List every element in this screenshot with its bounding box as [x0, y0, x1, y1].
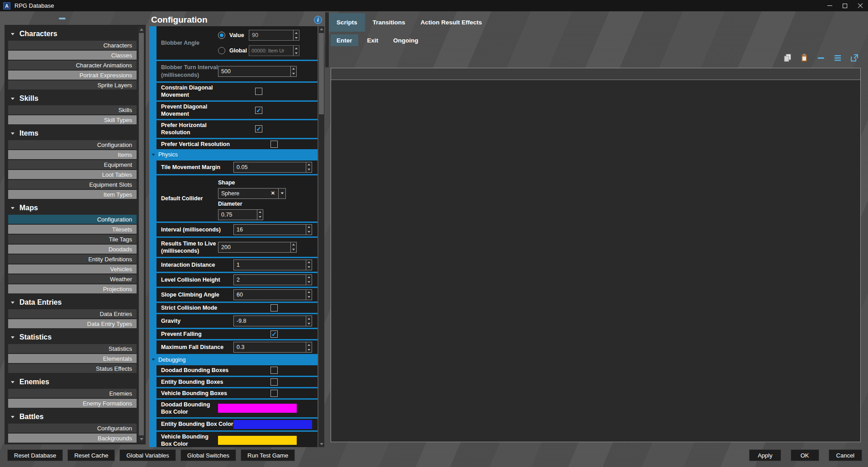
spin-down-icon[interactable] — [306, 230, 312, 235]
sidebar-section-characters[interactable]: Characters — [5, 26, 146, 41]
copy-icon[interactable] — [783, 53, 792, 63]
maximum-fall-distance-input[interactable]: 0.3 — [233, 342, 312, 353]
reorder-icon[interactable] — [833, 53, 842, 63]
doodad-bounding-boxes-checkbox[interactable] — [270, 367, 278, 374]
sidebar-item-vehicles[interactable]: Vehicles — [8, 264, 137, 274]
scroll-up-icon[interactable] — [138, 27, 144, 33]
spin-up-icon[interactable] — [306, 260, 312, 265]
spin-down-icon[interactable] — [291, 247, 296, 252]
spin-down-icon[interactable] — [306, 321, 312, 326]
scrollbar-thumb[interactable] — [319, 33, 324, 114]
panel-splitter-handle[interactable] — [59, 18, 66, 19]
remove-icon[interactable] — [816, 53, 825, 63]
paste-icon[interactable] — [799, 53, 809, 63]
run-test-game-button[interactable]: Run Test Game — [241, 449, 295, 461]
sidebar-item-tile-tags[interactable]: Tile Tags — [8, 235, 137, 244]
spinner[interactable] — [306, 316, 312, 326]
sidebar-item-statistics[interactable]: Statistics — [8, 344, 137, 353]
doodad-bounding-box-color-swatch[interactable] — [218, 404, 297, 413]
spin-down-icon[interactable] — [257, 215, 263, 220]
blobber-turn-interval-input[interactable]: 500 — [218, 66, 297, 77]
sidebar-section-items[interactable]: Items — [5, 125, 146, 140]
spinner[interactable] — [257, 210, 263, 220]
entity-bounding-boxes-checkbox[interactable] — [270, 378, 278, 386]
strict-collision-checkbox[interactable] — [270, 304, 278, 311]
vehicle-bounding-box-color-swatch[interactable] — [218, 436, 297, 445]
tab-enter[interactable]: Enter — [331, 34, 358, 46]
spin-up-icon[interactable] — [306, 342, 312, 347]
clear-icon[interactable] — [271, 190, 275, 196]
spin-down-icon[interactable] — [294, 51, 299, 56]
global-radio[interactable] — [218, 47, 225, 54]
spin-up-icon[interactable] — [291, 242, 296, 247]
sidebar-item-tilesets[interactable]: Tilesets — [8, 225, 137, 234]
slope-climbing-angle-input[interactable]: 60 — [233, 289, 312, 300]
sidebar-item-item-types[interactable]: Item Types — [8, 190, 137, 199]
sidebar-item-battles-configuration[interactable]: Configuration — [8, 424, 137, 433]
results-time-to-live-input[interactable]: 200 — [218, 242, 297, 253]
spin-down-icon[interactable] — [306, 295, 312, 300]
sidebar-item-skill-types[interactable]: Skill Types — [8, 115, 137, 124]
spinner[interactable] — [290, 242, 296, 252]
spin-down-icon[interactable] — [306, 265, 312, 270]
spinner[interactable] — [306, 162, 312, 172]
spinner[interactable] — [306, 342, 312, 352]
sidebar-item-elementals[interactable]: Elementals — [8, 354, 137, 363]
prevent-diagonal-checkbox[interactable] — [255, 107, 262, 114]
sidebar-item-status-effects[interactable]: Status Effects — [8, 364, 137, 373]
config-scrollbar[interactable] — [318, 26, 324, 447]
spinner[interactable] — [306, 275, 312, 285]
sidebar-item-entity-definitions[interactable]: Entity Definitions — [8, 255, 137, 264]
spin-up-icon[interactable] — [306, 275, 312, 280]
sidebar-item-projections[interactable]: Projections — [8, 284, 137, 293]
sidebar-section-statistics[interactable]: Statistics — [5, 329, 146, 344]
global-variables-button[interactable]: Global Variables — [119, 449, 175, 461]
spinner[interactable] — [306, 225, 312, 235]
sidebar-item-sprite-layers[interactable]: Sprite Layers — [8, 80, 137, 90]
interval-input[interactable]: 16 — [233, 224, 312, 235]
collider-shape-select[interactable]: Sphere — [218, 188, 286, 199]
tile-movement-margin-input[interactable]: 0.05 — [233, 162, 312, 173]
spinner[interactable] — [306, 260, 312, 270]
prefer-horizontal-checkbox[interactable] — [255, 125, 262, 132]
interaction-distance-input[interactable]: 1 — [233, 259, 312, 270]
sidebar-section-battles[interactable]: Battles — [5, 409, 146, 424]
sidebar-item-enemies[interactable]: Enemies — [8, 389, 137, 398]
scroll-down-icon[interactable] — [318, 441, 324, 447]
spin-down-icon[interactable] — [306, 167, 312, 172]
entity-bounding-box-color-swatch[interactable] — [233, 420, 312, 429]
spin-up-icon[interactable] — [306, 290, 312, 295]
sidebar-item-skills[interactable]: Skills — [8, 105, 137, 114]
sidebar-item-backgrounds[interactable]: Backgrounds — [8, 434, 137, 443]
tab-exit[interactable]: Exit — [361, 34, 384, 46]
level-collision-height-input[interactable]: 2 — [233, 274, 312, 285]
sidebar-item-items[interactable]: Items — [8, 150, 137, 159]
tab-transitions[interactable]: Transitions — [365, 13, 413, 32]
ok-button[interactable]: OK — [791, 449, 819, 461]
scroll-down-icon[interactable] — [138, 436, 144, 442]
reset-cache-button[interactable]: Reset Cache — [67, 449, 115, 461]
cancel-button[interactable]: Cancel — [829, 449, 862, 461]
spin-down-icon[interactable] — [291, 71, 296, 76]
spin-up-icon[interactable] — [306, 316, 312, 321]
sidebar-item-items-configuration[interactable]: Configuration — [8, 140, 137, 149]
sidebar-item-equipment-slots[interactable]: Equipment Slots — [8, 180, 137, 189]
spinner[interactable] — [293, 46, 299, 56]
section-header-debugging[interactable]: Debugging — [149, 355, 318, 364]
sidebar-item-classes[interactable]: Classes — [8, 51, 137, 60]
sidebar-section-maps[interactable]: Maps — [5, 200, 146, 215]
spinner[interactable] — [306, 290, 312, 300]
constrain-diagonal-checkbox[interactable] — [255, 88, 262, 95]
sidebar-item-characters[interactable]: Characters — [8, 41, 137, 50]
close-button[interactable] — [853, 0, 868, 11]
sidebar-item-weather[interactable]: Weather — [8, 274, 137, 283]
open-external-icon[interactable] — [849, 53, 859, 63]
spin-up-icon[interactable] — [306, 225, 312, 230]
sidebar-item-maps-configuration[interactable]: Configuration — [8, 215, 137, 224]
sidebar-item-character-animations[interactable]: Character Animations — [8, 61, 137, 70]
info-icon[interactable] — [314, 16, 322, 24]
prevent-falling-checkbox[interactable] — [270, 330, 278, 338]
sidebar-item-loot-tables[interactable]: Loot Tables — [8, 170, 137, 179]
blobber-angle-global-select[interactable]: 00000: Item Ur — [249, 45, 299, 56]
spin-up-icon[interactable] — [291, 66, 296, 71]
